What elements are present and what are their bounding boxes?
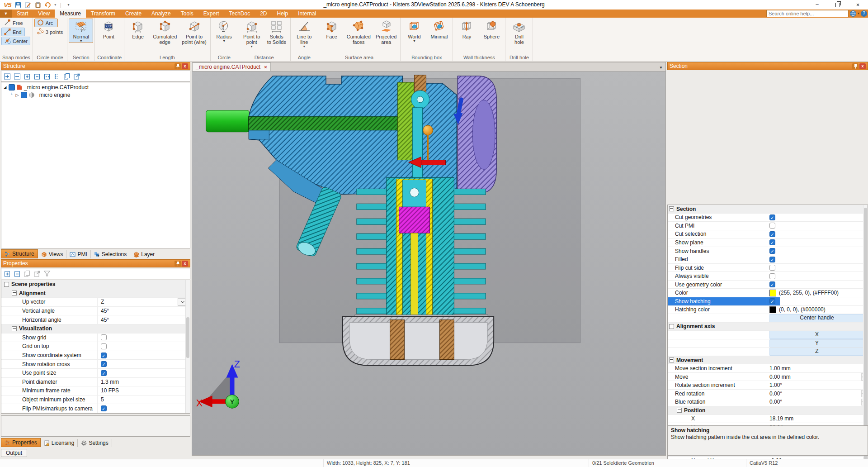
collapse-icon[interactable]: [669, 357, 674, 362]
property-value[interactable]: 0.00°: [769, 391, 782, 397]
ribbon-button-cumulated-edge[interactable]: Cumulatededge: [151, 19, 179, 45]
scrollbar[interactable]: [185, 280, 190, 413]
app-menu-button[interactable]: ▼: [0, 10, 12, 18]
property-row-use-point-size[interactable]: Use point size✓: [1, 369, 190, 378]
paste-button[interactable]: [34, 1, 42, 9]
ribbon-button-solids-to-solids[interactable]: Solidsto Solids: [264, 19, 289, 45]
x-button[interactable]: X: [769, 331, 864, 339]
ribbon-button-line-to-line[interactable]: Line toline▼: [292, 19, 316, 48]
property-row-flip-pmis-markups-to-camera[interactable]: Flip PMIs/markups to camera✓: [1, 404, 190, 413]
property-group-scene-properties[interactable]: Scene properties: [1, 280, 190, 289]
search-globe-icon[interactable]: [850, 10, 856, 17]
property-row-minimum-frame-rate[interactable]: Minimum frame rate10 FPS: [1, 386, 190, 396]
ribbon-tab-analyze[interactable]: Analyze: [146, 10, 176, 18]
collapse-icon[interactable]: [12, 326, 17, 331]
checkbox[interactable]: [101, 343, 107, 349]
ribbon-tab-techdoc[interactable]: TechDoc: [224, 10, 255, 18]
color-swatch[interactable]: [769, 306, 776, 313]
ribbon-button-edge[interactable]: Edge: [126, 19, 150, 40]
checkbox[interactable]: ✓: [769, 281, 775, 287]
ribbon-tab-transform[interactable]: Transform: [86, 10, 120, 18]
ribbon-button-world[interactable]: World▼: [402, 19, 426, 43]
tab-licensing[interactable]: Licensing: [41, 439, 78, 447]
property-row-filled[interactable]: Filled✓: [668, 255, 868, 264]
collapse-all-icon[interactable]: [13, 270, 21, 277]
search-input[interactable]: [766, 10, 849, 17]
scrollbar-thumb[interactable]: [864, 208, 867, 459]
z-button[interactable]: Z: [769, 348, 864, 356]
property-row-vertical-angle[interactable]: Vertical angle45°: [1, 307, 190, 316]
viewport-canvas[interactable]: Y X Z: [192, 71, 666, 456]
property-group-movement[interactable]: Movement: [668, 356, 868, 365]
ribbon-button-projected-area[interactable]: Projectedarea: [373, 19, 399, 45]
collapse-icon[interactable]: [12, 291, 17, 295]
property-row-horizontal-angle[interactable]: Horizontal angle45°: [1, 315, 190, 324]
checkbox[interactable]: ✓: [769, 298, 775, 304]
property-row-x[interactable]: X18.19 mm: [668, 415, 868, 424]
property-value[interactable]: 45°: [101, 308, 109, 314]
ribbon-tab-view[interactable]: View: [33, 10, 55, 18]
expand-all-icon[interactable]: [3, 270, 11, 277]
property-row-red-rotation[interactable]: Red rotation0.00°: [668, 390, 868, 398]
property-row-center-handle[interactable]: Center handle: [668, 314, 868, 323]
checkbox[interactable]: ✓: [101, 353, 107, 358]
expanded-arrow-icon[interactable]: ◢: [3, 85, 7, 90]
ribbon-tab-create[interactable]: Create: [120, 10, 146, 18]
property-row-show-grid[interactable]: Show grid: [1, 334, 190, 343]
property-row-flip-cut-side[interactable]: Flip cut side: [668, 264, 868, 272]
tab-layer[interactable]: Layer: [130, 250, 158, 258]
property-value[interactable]: 0.00°: [769, 399, 782, 405]
property-row-color[interactable]: Color(255, 255, 0), (#FFFF00): [668, 289, 868, 297]
ribbon-button-normal[interactable]: Normal▼: [69, 19, 93, 43]
ribbon-button-point[interactable]: X,Y,ZPoint: [96, 19, 121, 40]
checkbox[interactable]: ✓: [769, 239, 775, 245]
visibility-checkbox[interactable]: [21, 92, 27, 98]
property-row-blue-rotation[interactable]: Blue rotation0.00°: [668, 398, 868, 407]
ribbon-button-free[interactable]: Free: [1, 19, 26, 27]
property-row-rotate-section-increment[interactable]: Rotate section increment1.00°: [668, 381, 868, 390]
restore-button[interactable]: [827, 0, 848, 10]
property-value[interactable]: 10 FPS: [101, 387, 119, 394]
checkbox[interactable]: ✓: [769, 248, 775, 254]
property-row-cut-selection[interactable]: Cut selection✓: [668, 230, 868, 239]
property-row-y[interactable]: Y: [668, 339, 868, 348]
tab-settings[interactable]: Settings: [78, 439, 112, 447]
pin-icon[interactable]: [175, 63, 181, 69]
property-row-hatching-color[interactable]: Hatching color(0, 0, 0), (#000000): [668, 306, 868, 315]
qat-customize-button[interactable]: ▾: [65, 1, 72, 9]
viewport-tab-close-icon[interactable]: ×: [264, 64, 267, 70]
output-tab[interactable]: Output: [1, 449, 27, 457]
expand-all-icon[interactable]: [3, 72, 11, 80]
ribbon-tab-start[interactable]: Start: [12, 10, 33, 18]
visibility-checkbox[interactable]: [9, 84, 15, 91]
edit-button[interactable]: [24, 1, 32, 9]
viewport-tab[interactable]: _micro engine.CATProduct ×: [192, 62, 271, 71]
tab-list-dropdown-icon[interactable]: ▼: [659, 66, 665, 71]
property-row-show-hatching[interactable]: Show hatching✓: [668, 297, 868, 306]
tab-structure[interactable]: Structure: [1, 249, 38, 258]
property-row-cut-pmi[interactable]: Cut PMI: [668, 222, 868, 230]
ribbon-tab-tools[interactable]: Tools: [176, 10, 198, 18]
property-row-show-plane[interactable]: Show plane✓: [668, 238, 868, 247]
property-row-show-handles[interactable]: Show handles✓: [668, 247, 868, 256]
ribbon-button-end[interactable]: End: [1, 28, 25, 36]
tab-views[interactable]: Views: [38, 250, 67, 258]
open-external-icon[interactable]: [73, 72, 80, 80]
checkbox[interactable]: [101, 334, 107, 340]
property-row-cut-geometries[interactable]: Cut geometries✓: [668, 214, 868, 222]
y-button[interactable]: Y: [769, 339, 864, 348]
ribbon-button-ray[interactable]: Ray: [454, 19, 479, 40]
collapse-icon[interactable]: [677, 408, 682, 413]
property-value[interactable]: 1.00°: [769, 382, 782, 388]
property-row-show-coordinate-system[interactable]: Show coordinate system✓: [1, 351, 190, 360]
ribbon-tab-measure[interactable]: Measure: [55, 10, 86, 18]
checkbox[interactable]: ✓: [101, 405, 107, 411]
ribbon-button-point-to-point[interactable]: Point topoint▼: [240, 19, 264, 48]
property-group-alignment[interactable]: Alignment: [1, 289, 190, 298]
property-row-use-geometry-color[interactable]: Use geometry color✓: [668, 281, 868, 289]
scrollbar-thumb[interactable]: [186, 317, 189, 358]
ribbon-tab-internal[interactable]: Internal: [293, 10, 321, 18]
property-value[interactable]: 45°: [101, 317, 109, 323]
collapse-icon[interactable]: [669, 324, 674, 329]
search-dropdown-icon[interactable]: ▾: [858, 11, 859, 15]
